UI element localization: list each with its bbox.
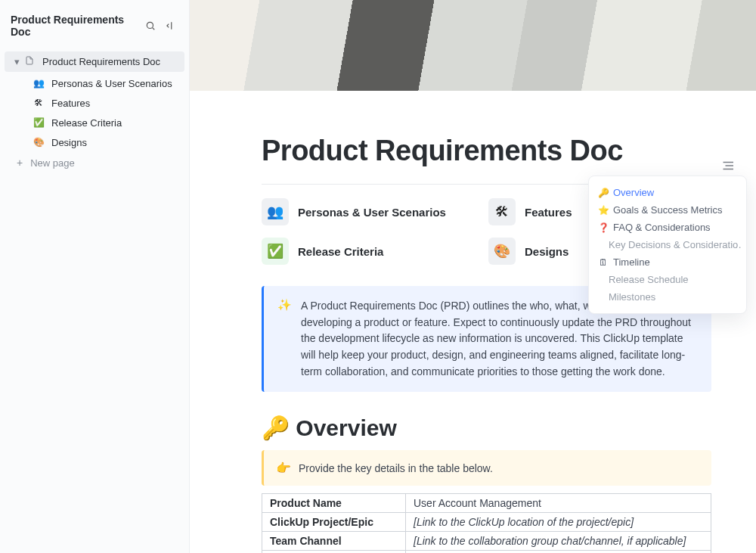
- sidebar-item-label: Release Criteria: [51, 117, 122, 129]
- sidebar-tree: ▾ Product Requirements Doc 👥 Personas & …: [0, 51, 189, 152]
- subpage-link-label: Personas & User Scenarios: [298, 206, 446, 219]
- doc-icon: [23, 55, 36, 68]
- sidebar-item-release[interactable]: ✅ Release Criteria: [0, 113, 189, 132]
- chevron-down-icon: ▾: [14, 56, 20, 67]
- calendar-icon: 🗓: [598, 257, 609, 268]
- table-val: [Link to the collaboration group chat/ch…: [406, 532, 711, 551]
- sidebar-item-label: Personas & User Scenarios: [51, 78, 172, 89]
- toc-label: Milestones: [609, 291, 655, 303]
- sidebar-item-designs[interactable]: 🎨 Designs: [0, 132, 189, 152]
- table-key: ClickUp Project/Epic: [262, 513, 406, 532]
- people-icon: 👥: [262, 198, 289, 225]
- tools-icon: 🛠: [488, 198, 516, 225]
- sidebar-item-personas[interactable]: 👥 Personas & User Scenarios: [0, 73, 189, 93]
- key-icon: 🔑: [598, 188, 609, 198]
- table-val: User Account Management: [406, 494, 711, 513]
- svg-line-1: [153, 28, 155, 30]
- subpage-link-label: Features: [525, 206, 572, 219]
- toc-item-release-schedule[interactable]: Release Schedule: [593, 271, 742, 288]
- toc-item-timeline[interactable]: 🗓 Timeline: [593, 253, 742, 271]
- toc-label: Timeline: [613, 256, 650, 268]
- collapse-sidebar-icon[interactable]: [162, 17, 178, 34]
- table-row[interactable]: Team Channel [Link to the collaboration …: [262, 532, 711, 551]
- table-key: Product Name: [262, 494, 406, 513]
- toc-panel: 🔑 Overview ⭐ Goals & Success Metrics ❓ F…: [588, 176, 747, 314]
- toc-label: Goals & Success Metrics: [613, 204, 723, 216]
- toc-item-milestones[interactable]: Milestones: [593, 288, 742, 306]
- toc-item-overview[interactable]: 🔑 Overview: [593, 184, 742, 201]
- people-icon: 👥: [32, 78, 45, 89]
- overview-heading: 🔑 Overview: [262, 415, 711, 441]
- star-icon: ⭐: [598, 205, 609, 216]
- palette-icon: 🎨: [488, 238, 516, 265]
- sidebar-header: Product Requirements Doc: [0, 14, 189, 51]
- check-icon: ✅: [32, 117, 45, 128]
- subpage-link-label: Release Criteria: [298, 245, 383, 258]
- toc-item-goals[interactable]: ⭐ Goals & Success Metrics: [593, 201, 742, 219]
- toc-label: Release Schedule: [609, 274, 689, 285]
- check-icon: ✅: [262, 238, 289, 265]
- sidebar-title: Product Requirements Doc: [11, 14, 139, 38]
- toc-toggle-button[interactable]: [720, 157, 737, 174]
- table-row[interactable]: ClickUp Project/Epic [Link to the ClickU…: [262, 513, 711, 532]
- sidebar: Product Requirements Doc ▾ Product Requi…: [0, 0, 190, 553]
- page-title: Product Requirements Doc: [262, 135, 711, 167]
- toc-label: Key Decisions & Consideratio…: [609, 239, 742, 250]
- subpage-link-label: Designs: [525, 245, 569, 258]
- sidebar-item-label: Product Requirements Doc: [42, 56, 160, 67]
- search-icon[interactable]: [142, 17, 159, 34]
- subpage-link-release[interactable]: ✅ Release Criteria: [262, 238, 488, 265]
- cover-image: [190, 0, 756, 91]
- question-icon: ❓: [598, 222, 609, 233]
- new-page-label: New page: [30, 157, 75, 169]
- subpage-link-personas[interactable]: 👥 Personas & User Scenarios: [262, 198, 488, 225]
- toc-item-faq[interactable]: ❓ FAQ & Considerations: [593, 219, 742, 236]
- toc-label: FAQ & Considerations: [613, 222, 711, 233]
- tip-text: Provide the key details in the table bel…: [299, 462, 493, 474]
- main: Product Requirements Doc 👥 Personas & Us…: [190, 0, 756, 553]
- pointing-icon: 👉: [276, 461, 291, 475]
- sidebar-item-label: Features: [51, 98, 90, 109]
- details-table: Product Name User Account Management Cli…: [262, 493, 711, 553]
- tip-callout: 👉 Provide the key details in the table b…: [262, 450, 711, 486]
- table-row[interactable]: Product Name User Account Management: [262, 494, 711, 513]
- sidebar-item-features[interactable]: 🛠 Features: [0, 93, 189, 113]
- tools-icon: 🛠: [32, 98, 45, 108]
- sidebar-item-root[interactable]: ▾ Product Requirements Doc: [5, 51, 184, 72]
- sidebar-item-label: Designs: [51, 137, 87, 148]
- palette-icon: 🎨: [32, 137, 45, 148]
- document-body: Product Requirements Doc 👥 Personas & Us…: [190, 91, 756, 553]
- table-key: Team Channel: [262, 532, 406, 551]
- plus-icon: +: [17, 157, 23, 169]
- sparkle-icon: ✨: [277, 298, 292, 380]
- svg-point-0: [147, 22, 153, 28]
- new-page-button[interactable]: + New page: [0, 152, 189, 173]
- table-val: [Link to the ClickUp location of the pro…: [406, 513, 711, 532]
- toc-item-key-decisions[interactable]: Key Decisions & Consideratio…: [593, 236, 742, 253]
- toc-label: Overview: [613, 187, 654, 198]
